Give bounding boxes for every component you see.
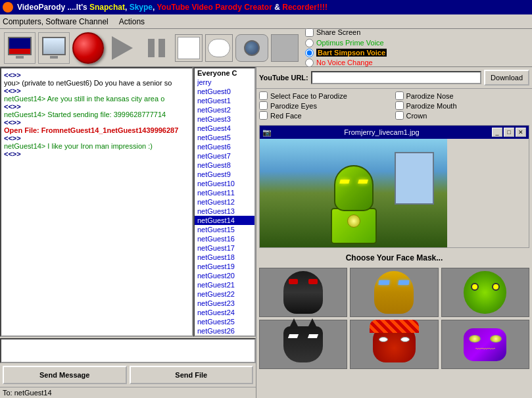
monitor-screen-2 xyxy=(42,37,66,55)
play-button[interactable] xyxy=(107,32,138,64)
share-screen-option[interactable]: Share Screen xyxy=(305,28,387,37)
red-face-checkbox[interactable] xyxy=(259,111,268,120)
novoice-radio[interactable] xyxy=(305,59,314,67)
share-screen-checkbox[interactable] xyxy=(305,28,314,37)
red-face-option[interactable]: Red Face xyxy=(259,111,394,120)
no-voice-option[interactable]: No Voice Change xyxy=(305,59,387,67)
webcam-icon-small: 📷 xyxy=(262,128,272,137)
user-netguest24[interactable]: netGuest24 xyxy=(195,308,254,317)
user-netguest25[interactable]: netGuest25 xyxy=(195,317,254,326)
user-netguest22[interactable]: netGuest22 xyxy=(195,289,254,299)
vader-eye-left xyxy=(289,279,298,284)
chat-buttons-bar: Send Message Send File xyxy=(0,363,256,387)
user-netguest2[interactable]: netGuest2 xyxy=(195,105,254,114)
camera-button[interactable] xyxy=(205,34,233,62)
user-netguest14[interactable]: netGuest14 xyxy=(195,216,254,225)
crown-checkbox[interactable] xyxy=(395,111,404,120)
select-face-option[interactable]: Select Face to Parodize xyxy=(259,91,394,100)
window-controls: _ □ ✕ xyxy=(492,128,526,137)
user-netguest18[interactable]: netGuest18 xyxy=(195,253,254,262)
lion-eye-left xyxy=(471,283,479,291)
parodize-nose-option[interactable]: Parodize Nose xyxy=(395,91,530,100)
user-jerry[interactable]: jerry xyxy=(195,78,254,87)
user-list[interactable]: Everyone C jerry netGuest0 netGuest1 net… xyxy=(193,67,256,337)
optimus-radio[interactable] xyxy=(305,39,314,47)
batman-eye-left xyxy=(288,334,299,338)
red-mask-item[interactable] xyxy=(350,320,438,369)
ironman-body xyxy=(331,208,377,244)
menu-computers[interactable]: Computers, Software Channel xyxy=(3,17,109,26)
user-netguest8[interactable]: netGuest8 xyxy=(195,161,254,170)
user-netguest0[interactable]: netGuest0 xyxy=(195,87,254,96)
msg-7: <<>> xyxy=(4,118,189,126)
webcam-button[interactable] xyxy=(235,34,268,62)
crown-option[interactable]: Crown xyxy=(395,111,530,120)
stop-button[interactable] xyxy=(175,34,203,62)
camera-oval-icon xyxy=(208,39,230,57)
user-netguest15[interactable]: netGuest15 xyxy=(195,225,254,234)
gray-square-button[interactable] xyxy=(271,34,299,62)
monitor-icon-1[interactable] xyxy=(4,32,36,64)
batman-mask-item[interactable] xyxy=(259,320,347,369)
chat-messages[interactable]: <<>> you> (private to netGuest6) Do you … xyxy=(0,67,193,337)
minimize-button[interactable]: _ xyxy=(492,128,502,137)
vader-mask-item[interactable] xyxy=(259,268,347,317)
red-face-label: Red Face xyxy=(270,112,302,120)
lion-mask-item[interactable] xyxy=(441,268,529,317)
mardi-mask-item[interactable]: 〰〰〰 xyxy=(441,320,529,369)
parodize-mouth-checkbox[interactable] xyxy=(395,101,404,110)
user-netguest6[interactable]: netGuest6 xyxy=(195,142,254,151)
parodize-nose-checkbox[interactable] xyxy=(395,91,404,100)
user-netguest11[interactable]: netGuest11 xyxy=(195,188,254,197)
app-logo xyxy=(3,2,13,12)
youtube-url-label: YouTube URL: xyxy=(259,74,308,82)
send-message-button[interactable]: Send Message xyxy=(3,366,127,384)
bart-radio[interactable] xyxy=(305,49,314,57)
video-window: 📷 Fromjerry_livecam1.jpg _ □ ✕ xyxy=(259,125,529,248)
share-screen-label: Share Screen xyxy=(316,28,360,36)
lion-eye-right xyxy=(492,283,500,291)
select-face-checkbox[interactable] xyxy=(259,91,268,100)
close-button[interactable]: ✕ xyxy=(516,128,526,137)
user-netguest3[interactable]: netGuest3 xyxy=(195,114,254,124)
ironman-mask-item[interactable] xyxy=(350,268,438,317)
user-netguest12[interactable]: netGuest12 xyxy=(195,197,254,207)
user-netguest1[interactable]: netGuest1 xyxy=(195,96,254,105)
chat-left: <<>> you> (private to netGuest6) Do you … xyxy=(0,67,256,337)
ironman-eye-s-left xyxy=(379,280,390,285)
main-content: <<>> you> (private to netGuest6) Do you … xyxy=(0,67,532,398)
user-netguest19[interactable]: netGuest19 xyxy=(195,262,254,271)
user-netguest9[interactable]: netGuest9 xyxy=(195,170,254,179)
user-netguest26[interactable]: netGuest26 xyxy=(195,326,254,336)
parodize-eyes-option[interactable]: Parodize Eyes xyxy=(259,101,394,110)
user-netguest4[interactable]: netGuest4 xyxy=(195,124,254,133)
user-netguest17[interactable]: netGuest17 xyxy=(195,243,254,253)
send-file-button[interactable]: Send File xyxy=(130,366,254,384)
chat-input[interactable] xyxy=(0,338,256,363)
parodize-eyes-label: Parodize Eyes xyxy=(270,102,317,110)
user-netguest16[interactable]: netGuest16 xyxy=(195,234,254,243)
user-netguest20[interactable]: netGuest20 xyxy=(195,271,254,280)
pause-bar-2 xyxy=(158,39,165,57)
user-netguest5[interactable]: netGuest5 xyxy=(195,133,254,142)
msg-3: <<>> xyxy=(4,87,189,95)
optimus-voice-option[interactable]: Optimus Prime Voice xyxy=(305,39,387,47)
pause-button[interactable] xyxy=(141,32,172,64)
parodize-eyes-checkbox[interactable] xyxy=(259,101,268,110)
user-netguest13[interactable]: netGuest13 xyxy=(195,207,254,216)
monitor-icon-2[interactable] xyxy=(38,32,70,64)
user-netguest21[interactable]: netGuest21 xyxy=(195,280,254,289)
download-button[interactable]: Download xyxy=(484,70,529,86)
user-netguest7[interactable]: netGuest7 xyxy=(195,151,254,161)
optimus-label: Optimus Prime Voice xyxy=(316,39,384,47)
maximize-button[interactable]: □ xyxy=(504,128,514,137)
menu-actions[interactable]: Actions xyxy=(119,17,145,26)
mardi-eye-left xyxy=(469,335,481,343)
youtube-url-input[interactable] xyxy=(311,71,481,84)
parodize-mouth-option[interactable]: Parodize Mouth xyxy=(395,101,530,110)
user-netguest23[interactable]: netGuest23 xyxy=(195,299,254,308)
record-button[interactable] xyxy=(72,32,104,64)
bart-voice-option[interactable]: Bart Simpson Voice xyxy=(305,49,387,57)
ironman-chest xyxy=(347,214,360,228)
user-netguest10[interactable]: netGuest10 xyxy=(195,179,254,188)
